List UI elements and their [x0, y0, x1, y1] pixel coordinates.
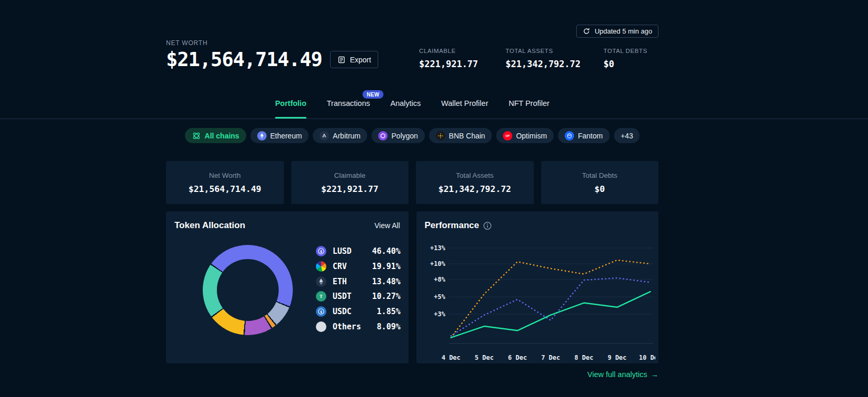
x-axis-tick: 9 Dec — [607, 354, 626, 361]
net-worth-block: NET WORTH $21,564,714.49 Export — [166, 39, 378, 71]
summary-card-total-assets: Total Assets $21,342,792.72 — [416, 161, 534, 204]
summary-card-claimable: Claimable $221,921.77 — [291, 161, 409, 204]
chain-chip-label: Optimism — [516, 132, 547, 140]
tab-wallet-profiler[interactable]: Wallet Profiler — [441, 99, 488, 119]
token-symbol: ETH — [333, 277, 347, 286]
chain-chip-label: BNB Chain — [449, 132, 485, 140]
usdc-token-icon: $ — [316, 306, 326, 317]
token-percent: 19.91% — [372, 262, 400, 271]
usdt-token-icon: T — [316, 291, 326, 302]
token-legend-row-usdt: TUSDT10.27% — [316, 289, 401, 304]
chain-chip-label: +43 — [621, 132, 633, 140]
crv-token-icon — [316, 261, 326, 272]
lusd-token-icon: $ — [316, 246, 326, 256]
chain-chip-label: Fantom — [578, 132, 602, 140]
summary-card-net-worth: Net Worth $21,564,714.49 — [166, 161, 284, 204]
updated-refresh-button[interactable]: Updated 5 min ago — [576, 25, 658, 38]
chain-chip-label: Polygon — [391, 132, 418, 140]
x-axis-tick: 10 Dec — [639, 354, 655, 361]
arrow-right-icon: → — [651, 370, 659, 379]
tab-transactions[interactable]: Transactions NEW — [327, 99, 370, 119]
token-allocation-title: Token Allocation — [174, 220, 245, 231]
tab-analytics[interactable]: Analytics — [390, 99, 421, 119]
token-symbol: USDC — [333, 307, 351, 316]
updated-label: Updated 5 min ago — [595, 27, 652, 35]
token-percent: 13.48% — [372, 277, 400, 286]
token-symbol: CRV — [333, 262, 347, 271]
all-chains-icon — [192, 131, 201, 141]
token-legend-row-eth: ETH13.48% — [316, 274, 401, 289]
optimism-icon: OP — [503, 131, 512, 141]
polygon-icon — [378, 131, 388, 141]
new-badge: NEW — [362, 90, 383, 99]
tab-portfolio[interactable]: Portfolio — [275, 99, 306, 119]
chain-filter-row: All chainsEthereumArbitrumPolygonBNB Cha… — [166, 128, 658, 143]
y-axis-tick: +3% — [434, 310, 445, 318]
token-legend-row-crv: CRV19.91% — [316, 259, 401, 274]
token-percent: 10.27% — [372, 292, 400, 301]
performance-line-chart: +3%+5%+8%+10%+13%4 Dec5 Dec6 Dec7 Dec8 D… — [419, 239, 655, 364]
svg-text:$: $ — [320, 250, 322, 254]
refresh-icon — [583, 27, 590, 35]
tab-bar: Portfolio Transactions NEW Analytics Wal… — [0, 99, 868, 119]
net-worth-label: NET WORTH — [166, 39, 378, 47]
performance-series-green — [451, 292, 650, 338]
performance-title: Performance — [425, 220, 479, 231]
performance-series-orange — [451, 260, 650, 338]
header-stat-total-debts: TOTAL DEBTS $0 — [603, 48, 658, 71]
token-symbol: LUSD — [333, 246, 351, 256]
x-axis-tick: 8 Dec — [574, 354, 593, 361]
token-percent: 46.40% — [372, 246, 400, 256]
portfolio-dashboard-page: Updated 5 min ago NET WORTH $21,564,714.… — [0, 0, 868, 397]
y-axis-tick: +13% — [430, 244, 446, 252]
header-stats: CLAIMABLE $221,921.77 TOTAL ASSETS $21,3… — [419, 48, 658, 71]
tab-nft-profiler[interactable]: NFT Profiler — [509, 99, 550, 119]
performance-card: Performance +3%+5%+8%+10%+13%4 Dec5 Dec6… — [416, 211, 659, 363]
bnb-icon — [436, 131, 445, 141]
export-button[interactable]: Export — [330, 51, 378, 68]
x-axis-tick: 6 Dec — [508, 354, 526, 361]
info-icon[interactable] — [483, 221, 492, 230]
token-percent: 8.09% — [377, 322, 400, 331]
header-stat-total-assets: TOTAL ASSETS $21,342,792.72 — [506, 48, 603, 71]
chain-chip-arbitrum[interactable]: Arbitrum — [313, 128, 367, 143]
token-percent: 1.85% — [377, 307, 400, 316]
ethereum-icon — [257, 131, 267, 141]
chain-chip-fantom[interactable]: Fantom — [558, 128, 609, 143]
token-legend: $LUSD46.40%CRV19.91%ETH13.48%TUSDT10.27%… — [316, 244, 401, 334]
token-legend-row-lusd: $LUSD46.40% — [316, 244, 401, 259]
chain-chip-label: Arbitrum — [333, 132, 360, 140]
token-symbol: Others — [333, 322, 361, 331]
y-axis-tick: +10% — [430, 260, 446, 267]
view-all-link[interactable]: View All — [375, 221, 400, 230]
chain-chip-optimism[interactable]: OPOptimism — [496, 128, 554, 143]
chain-chip-label: All chains — [205, 132, 239, 140]
chain-chip-bnb-chain[interactable]: BNB Chain — [429, 128, 492, 143]
net-worth-value: $21,564,714.49 — [166, 48, 322, 71]
fantom-icon — [565, 131, 574, 141]
header-stat-claimable: CLAIMABLE $221,921.77 — [419, 48, 506, 71]
others-token-icon — [316, 321, 326, 332]
chain-chip-label: Ethereum — [270, 132, 302, 140]
summary-cards-row: Net Worth $21,564,714.49 Claimable $221,… — [166, 161, 658, 204]
token-legend-row-usdc: $USDC1.85% — [316, 304, 401, 319]
chain-chip-polygon[interactable]: Polygon — [371, 128, 425, 143]
y-axis-tick: +5% — [434, 293, 445, 301]
token-allocation-card: Token Allocation View All $LUSD46.40%CRV… — [166, 211, 409, 363]
chain-chip-ethereum[interactable]: Ethereum — [250, 128, 309, 143]
token-allocation-donut — [203, 245, 293, 335]
token-symbol: USDT — [333, 292, 351, 301]
chain-chip-all-chains[interactable]: All chains — [185, 128, 246, 143]
x-axis-tick: 7 Dec — [541, 354, 560, 361]
donut-hole — [217, 259, 279, 321]
svg-text:$: $ — [320, 310, 322, 314]
export-document-icon — [337, 56, 346, 64]
svg-text:OP: OP — [506, 134, 510, 137]
export-label: Export — [350, 56, 371, 64]
y-axis-tick: +8% — [434, 276, 445, 283]
x-axis-tick: 5 Dec — [475, 354, 493, 361]
view-full-analytics-link[interactable]: View full analytics → — [587, 370, 658, 379]
token-legend-row-others: Others8.09% — [316, 319, 401, 334]
chain-chip--43[interactable]: +43 — [614, 128, 640, 143]
arbitrum-icon — [320, 131, 329, 141]
